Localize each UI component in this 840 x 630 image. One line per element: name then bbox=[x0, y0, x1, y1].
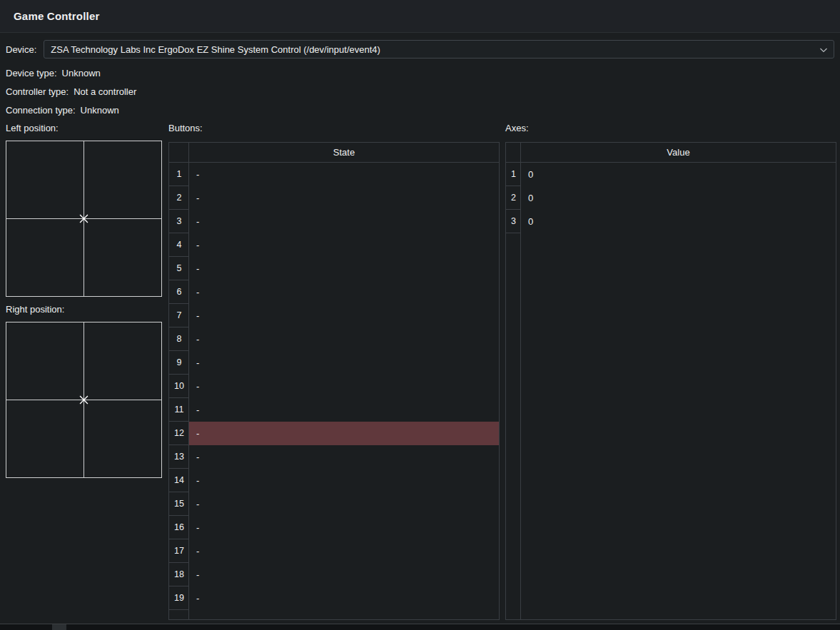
button-state: - bbox=[189, 351, 499, 375]
button-state: - bbox=[189, 163, 499, 186]
device-row: Device: ZSA Technology Labs Inc ErgoDox … bbox=[6, 40, 834, 59]
device-select[interactable]: ZSA Technology Labs Inc ErgoDox EZ Shine… bbox=[44, 40, 834, 59]
axes-table-body: 1 0 2 0 3 0 bbox=[506, 163, 836, 620]
axes-table: Value 1 0 2 0 3 0 bbox=[505, 142, 836, 620]
button-state: - bbox=[189, 586, 499, 610]
button-row[interactable]: 3 - bbox=[169, 210, 499, 233]
button-row-number: 4 bbox=[169, 233, 189, 257]
axis-row-number: 3 bbox=[506, 210, 521, 233]
axes-table-corner bbox=[506, 143, 521, 162]
buttons-section-label: Buttons: bbox=[168, 123, 203, 134]
button-row[interactable]: 7 - bbox=[169, 304, 499, 327]
button-state: - bbox=[189, 327, 499, 351]
axis-row[interactable]: 1 0 bbox=[506, 163, 836, 186]
button-row-number: 19 bbox=[169, 586, 189, 610]
axis-row-number: 1 bbox=[506, 163, 521, 186]
device-label: Device: bbox=[6, 44, 36, 55]
axes-value-column-header: Value bbox=[521, 143, 836, 162]
button-row[interactable]: 1 - bbox=[169, 163, 499, 186]
axis-value: 0 bbox=[521, 210, 836, 233]
button-row-number: 16 bbox=[169, 516, 189, 539]
button-row[interactable]: 19 - bbox=[169, 586, 499, 610]
title-bar: Game Controller bbox=[0, 0, 840, 33]
right-position-label: Right position: bbox=[6, 304, 64, 315]
button-row[interactable]: 12 - bbox=[169, 422, 499, 445]
button-row-number: 18 bbox=[169, 563, 189, 586]
right-crosshair-icon bbox=[6, 322, 161, 477]
button-state: - bbox=[189, 304, 499, 327]
button-state: - bbox=[189, 233, 499, 257]
button-row[interactable]: 14 - bbox=[169, 469, 499, 492]
button-state: - bbox=[189, 445, 499, 469]
button-row[interactable]: 17 - bbox=[169, 539, 499, 563]
right-position-pad bbox=[6, 322, 162, 478]
button-state: - bbox=[189, 492, 499, 516]
button-row[interactable]: 13 - bbox=[169, 445, 499, 469]
button-row[interactable]: 6 - bbox=[169, 280, 499, 304]
button-row-number: 2 bbox=[169, 186, 189, 210]
info-value: Unknown bbox=[62, 68, 101, 78]
device-select-value: ZSA Technology Labs Inc ErgoDox EZ Shine… bbox=[51, 44, 380, 55]
button-row-number: 14 bbox=[169, 469, 189, 492]
axis-value: 0 bbox=[521, 186, 836, 210]
button-row[interactable]: 8 - bbox=[169, 327, 499, 351]
axis-row[interactable]: 3 0 bbox=[506, 210, 836, 233]
left-crosshair-icon bbox=[6, 141, 161, 296]
button-row-number: 15 bbox=[169, 492, 189, 516]
button-state: - bbox=[189, 539, 499, 563]
button-row[interactable]: 11 - bbox=[169, 398, 499, 422]
info-value: Not a controller bbox=[74, 86, 136, 97]
chevron-down-icon bbox=[819, 46, 828, 54]
buttons-table-body: 1 - 2 - 3 - 4 - 5 - 6 - 7 - 8 - bbox=[169, 163, 499, 620]
button-row[interactable]: 16 - bbox=[169, 516, 499, 539]
button-row-number: 9 bbox=[169, 351, 189, 375]
left-position-label: Left position: bbox=[6, 123, 59, 134]
button-row-number: 12 bbox=[169, 422, 189, 445]
button-state: - bbox=[189, 469, 499, 492]
button-row-number: 8 bbox=[169, 327, 189, 351]
axis-row[interactable]: 2 0 bbox=[506, 186, 836, 210]
window-bottom-edge bbox=[0, 624, 840, 630]
left-position-pad bbox=[6, 141, 162, 297]
info-label: Device type: bbox=[6, 68, 57, 78]
button-state: - bbox=[189, 398, 499, 422]
button-row-number: 11 bbox=[169, 398, 189, 422]
button-row[interactable]: 15 - bbox=[169, 492, 499, 516]
button-row[interactable]: 18 - bbox=[169, 563, 499, 586]
button-row[interactable]: 2 - bbox=[169, 186, 499, 210]
buttons-state-column-header: State bbox=[189, 143, 499, 162]
button-state: - bbox=[189, 422, 499, 445]
axis-row-number: 2 bbox=[506, 186, 521, 210]
background-panel-fragment bbox=[52, 624, 66, 630]
info-row: Controller type: Not a controller bbox=[6, 82, 136, 101]
button-row-number: 3 bbox=[169, 210, 189, 233]
buttons-table: State 1 - 2 - 3 - 4 - 5 - 6 - 7 - bbox=[168, 142, 500, 620]
buttons-table-corner bbox=[169, 143, 189, 162]
button-row-number: 6 bbox=[169, 280, 189, 304]
window-title: Game Controller bbox=[14, 10, 100, 22]
info-value: Unknown bbox=[81, 105, 119, 116]
button-state: - bbox=[189, 280, 499, 304]
button-state: - bbox=[189, 257, 499, 280]
button-row[interactable]: 9 - bbox=[169, 351, 499, 375]
button-row[interactable]: 10 - bbox=[169, 375, 499, 398]
button-row-number: 5 bbox=[169, 257, 189, 280]
button-state: - bbox=[189, 375, 499, 398]
button-row-number: 1 bbox=[169, 163, 189, 186]
info-row: Device type: Unknown bbox=[6, 63, 136, 82]
info-row: Connection type: Unknown bbox=[6, 101, 136, 119]
button-row-number: 10 bbox=[169, 375, 189, 398]
button-row[interactable]: 5 - bbox=[169, 257, 499, 280]
button-state: - bbox=[189, 516, 499, 539]
axis-value: 0 bbox=[521, 163, 836, 186]
button-state: - bbox=[189, 563, 499, 586]
button-state: - bbox=[189, 210, 499, 233]
device-info-list: Device type: Unknown Controller type: No… bbox=[6, 63, 136, 119]
button-state: - bbox=[189, 186, 499, 210]
button-row-number: 13 bbox=[169, 445, 189, 469]
buttons-table-header: State bbox=[169, 143, 499, 163]
button-row-number: 7 bbox=[169, 304, 189, 327]
info-label: Connection type: bbox=[6, 105, 76, 116]
button-row[interactable]: 4 - bbox=[169, 233, 499, 257]
axes-table-header: Value bbox=[506, 143, 836, 163]
